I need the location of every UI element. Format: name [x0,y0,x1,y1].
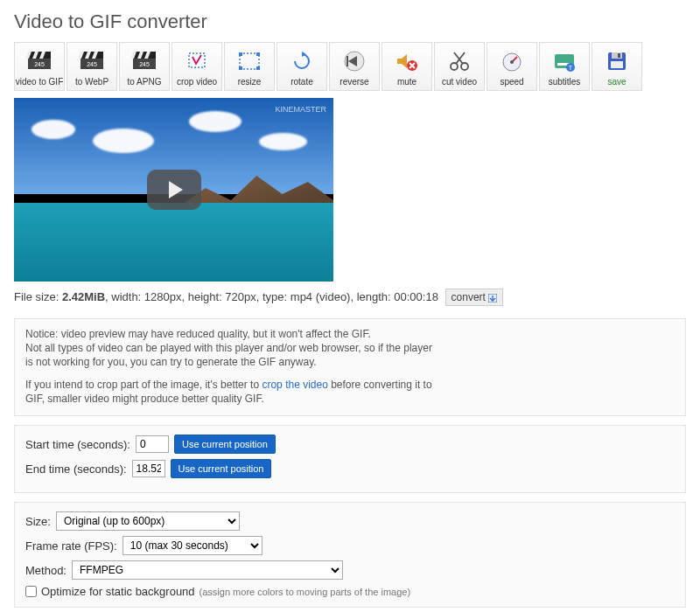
svg-rect-20 [239,52,242,56]
start-time-input[interactable] [136,435,169,453]
method-select[interactable]: FFMPEG [72,560,343,580]
subtitles-icon: T [551,47,578,75]
svg-rect-6 [80,52,103,59]
size-select[interactable]: Original (up to 600px) [56,511,240,531]
play-button[interactable] [147,170,201,210]
notice-panel: Notice: video preview may have reduced q… [14,318,686,416]
svg-rect-12 [133,52,156,59]
tool-reverse[interactable]: reverse [329,42,380,91]
page-title: Video to GIF converter [14,10,686,33]
svg-marker-28 [397,54,407,68]
svg-text:T: T [569,65,573,71]
method-label: Method: [25,564,66,577]
tool-crop-video[interactable]: crop video [172,42,222,91]
tool-speed[interactable]: speed [486,42,537,91]
svg-point-33 [510,60,514,64]
crop-icon [184,47,210,75]
clapper-icon: 245 [26,47,52,75]
convert-link[interactable]: convert [445,289,504,306]
floppy-icon [604,47,630,75]
svg-rect-0 [28,52,51,59]
tool-to-webp[interactable]: 245 to WebP [66,42,117,91]
file-info: File size: 2.42MiB, width: 1280px, heigh… [14,289,686,306]
svg-rect-23 [256,66,260,70]
fps-label: Frame rate (FPS): [25,539,117,553]
tool-video-to-gif[interactable]: 245 video to GIF [14,42,65,91]
tool-to-apng[interactable]: 245 to APNG [119,42,170,91]
use-current-start-button[interactable]: Use current position [174,435,276,454]
svg-text:245: 245 [139,61,150,67]
tool-subtitles[interactable]: T subtitles [539,42,590,91]
options-panel: Size: Original (up to 600px) Frame rate … [14,502,686,608]
scissors-icon [446,47,472,75]
optimize-checkbox[interactable] [25,586,37,597]
tool-rotate[interactable]: rotate [276,42,327,91]
svg-text:245: 245 [34,61,45,67]
svg-rect-39 [612,52,622,59]
svg-text:245: 245 [87,61,97,67]
end-time-input[interactable] [132,460,165,477]
use-current-end-button[interactable]: Use current position [171,459,272,478]
svg-rect-21 [256,52,260,56]
mute-icon [394,47,420,75]
svg-rect-19 [240,53,259,69]
clapper-icon: 245 [79,47,105,75]
video-preview[interactable]: KINEMASTER [14,98,333,282]
tool-resize[interactable]: resize [224,42,275,91]
toolbar: 245 video to GIF 245 to WebP 245 to APNG… [14,42,686,91]
start-time-label: Start time (seconds): [25,438,130,451]
resize-icon [236,47,262,75]
svg-rect-22 [239,66,242,70]
size-label: Size: [25,515,51,528]
tool-save[interactable]: save [592,42,642,91]
clapper-icon: 245 [131,47,158,75]
gauge-icon [499,47,525,75]
time-range-panel: Start time (seconds): Use current positi… [14,425,686,493]
fps-select[interactable]: 10 (max 30 seconds) [122,536,262,555]
tool-mute[interactable]: mute [382,42,432,91]
optimize-hint: (assign more colors to moving parts of t… [200,587,411,597]
rotate-icon [289,47,315,75]
crop-video-link[interactable]: crop the video [262,379,327,391]
end-time-label: End time (seconds): [25,462,127,476]
svg-rect-40 [618,53,620,58]
tool-cut-video[interactable]: cut video [434,42,485,91]
svg-rect-27 [346,56,348,66]
optimize-label: Optimize for static background [41,585,195,598]
video-watermark: KINEMASTER [275,105,326,114]
reverse-icon [341,47,368,75]
svg-rect-18 [189,53,205,67]
svg-rect-41 [611,61,623,68]
play-icon [169,181,183,198]
